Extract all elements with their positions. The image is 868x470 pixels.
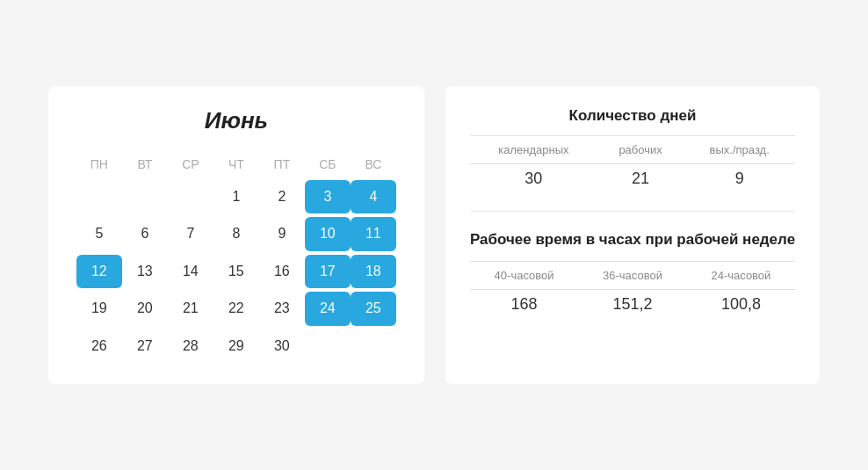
day-header-0: ПН: [76, 152, 122, 177]
day-23: 23: [259, 292, 305, 325]
day-header-3: ЧТ: [213, 152, 259, 177]
day-header-5: СБ: [305, 152, 351, 177]
work-col-40: 40-часовой: [470, 261, 578, 289]
day-7: 7: [168, 217, 213, 250]
day-header-1: ВТ: [122, 152, 168, 177]
calendar-grid: ПНВТСРЧТПТСБВС12345678910111213141516171…: [76, 152, 396, 363]
day-10: 10: [305, 217, 351, 250]
work-col-24: 24-часовой: [687, 261, 795, 289]
day-24: 24: [305, 292, 351, 325]
info-panel: Количество дней календарных рабочих вых.…: [445, 86, 820, 384]
work-val-36: 151,2: [578, 289, 686, 319]
day-14: 14: [168, 255, 213, 288]
day-15: 15: [213, 255, 259, 288]
col-header-calendar: календарных: [470, 136, 597, 164]
val-calendar: 30: [470, 164, 597, 194]
col-header-holiday: вых./празд.: [684, 136, 795, 164]
day-empty-end: [351, 329, 396, 363]
day-18: 18: [351, 255, 396, 288]
day-1: 1: [213, 180, 259, 213]
day-20: 20: [122, 292, 168, 325]
day-8: 8: [213, 217, 259, 250]
work-hours-table: 40-часовой 36-часовой 24-часовой 168 151…: [470, 261, 795, 319]
main-container: Июнь ПНВТСРЧТПТСБВС123456789101112131415…: [31, 69, 837, 401]
day-30: 30: [259, 329, 305, 363]
val-work: 21: [597, 164, 684, 194]
divider: [470, 211, 795, 212]
val-holiday: 9: [684, 164, 795, 194]
day-empty-end: [305, 329, 351, 363]
day-header-4: ПТ: [259, 152, 305, 177]
day-12: 12: [76, 255, 122, 288]
day-header-2: СР: [168, 152, 213, 177]
day-26: 26: [76, 329, 122, 363]
work-hours-title: Рабочее время в часах при рабочей неделе: [470, 229, 795, 250]
day-25: 25: [351, 292, 396, 325]
day-19: 19: [76, 292, 122, 325]
day-3: 3: [305, 180, 351, 213]
col-header-work: рабочих: [597, 136, 684, 164]
work-val-24: 100,8: [687, 289, 795, 319]
day-27: 27: [122, 329, 168, 363]
day-empty: [168, 180, 213, 213]
days-table: календарных рабочих вых./празд. 30 21 9: [470, 135, 795, 193]
day-29: 29: [213, 329, 259, 363]
day-header-6: ВС: [351, 152, 396, 177]
calendar-panel: Июнь ПНВТСРЧТПТСБВС123456789101112131415…: [48, 86, 424, 384]
day-17: 17: [305, 255, 351, 288]
day-22: 22: [213, 292, 259, 325]
day-5: 5: [76, 217, 122, 250]
days-count-title: Количество дней: [470, 107, 795, 125]
work-val-40: 168: [470, 289, 578, 319]
day-28: 28: [168, 329, 213, 363]
work-col-36: 36-часовой: [578, 261, 686, 289]
day-21: 21: [168, 292, 213, 325]
day-16: 16: [259, 255, 305, 288]
day-6: 6: [122, 217, 168, 250]
day-13: 13: [122, 255, 168, 288]
day-4: 4: [351, 180, 396, 213]
calendar-title: Июнь: [76, 107, 396, 134]
day-empty: [76, 180, 122, 213]
day-9: 9: [259, 217, 305, 250]
day-empty: [122, 180, 168, 213]
day-2: 2: [259, 180, 305, 213]
day-11: 11: [351, 217, 396, 250]
